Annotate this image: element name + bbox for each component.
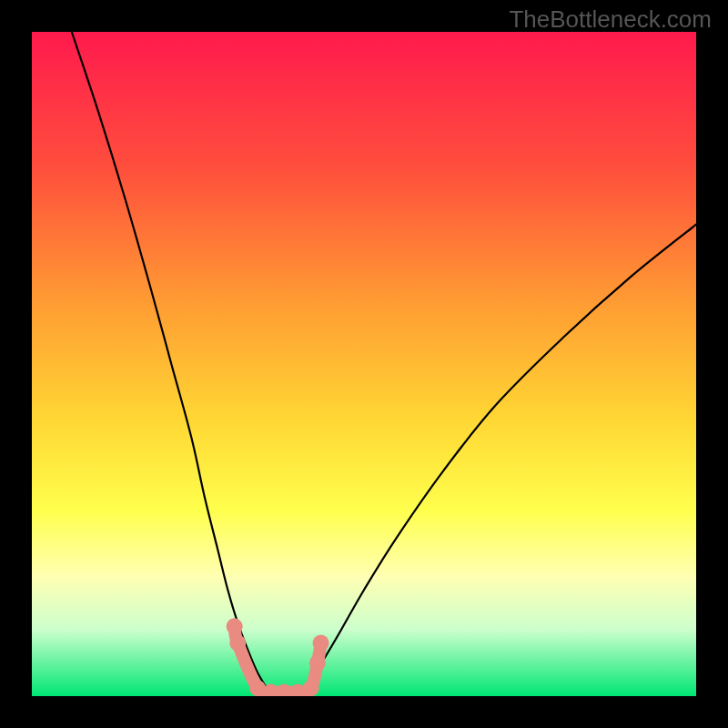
plot-area — [32, 32, 696, 696]
gradient-background — [32, 32, 696, 696]
bead-marker — [313, 635, 329, 652]
bead-marker — [227, 618, 243, 634]
chart-frame: TheBottleneck.com — [0, 0, 728, 728]
chart-svg — [32, 32, 696, 696]
bead-marker — [229, 635, 246, 652]
bead-marker — [303, 680, 319, 696]
bead-marker — [309, 655, 326, 672]
watermark-text: TheBottleneck.com — [509, 5, 712, 34]
